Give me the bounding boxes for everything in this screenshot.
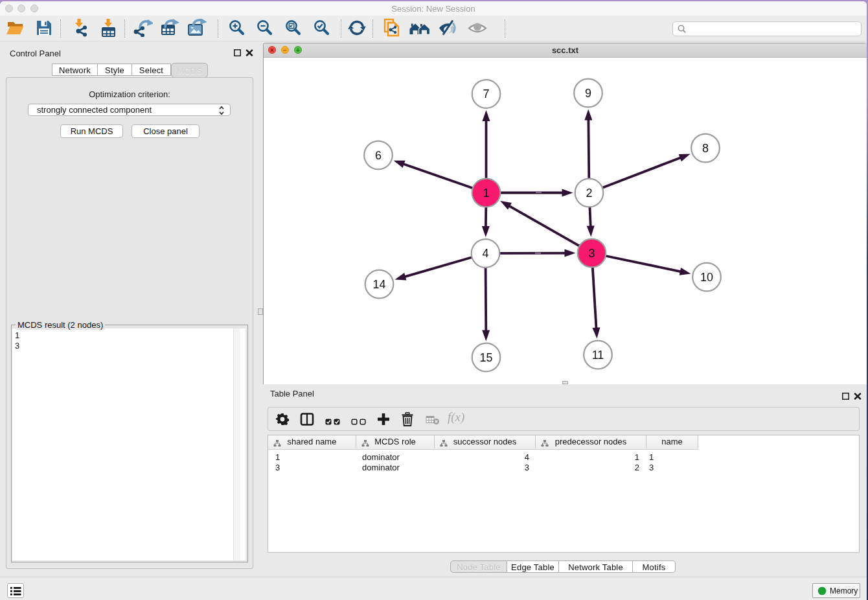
svg-text:2: 2 [586, 187, 592, 200]
svg-text:4: 4 [482, 247, 488, 260]
svg-text:3: 3 [588, 247, 595, 260]
svg-text:11: 11 [592, 349, 604, 362]
svg-text:7: 7 [483, 87, 489, 100]
svg-text:15: 15 [479, 351, 492, 364]
svg-text:14: 14 [372, 278, 385, 291]
svg-text:9: 9 [585, 87, 591, 100]
svg-text:6: 6 [375, 149, 382, 162]
svg-text:1: 1 [483, 187, 489, 200]
svg-text:10: 10 [700, 271, 713, 284]
svg-text:8: 8 [702, 142, 709, 155]
